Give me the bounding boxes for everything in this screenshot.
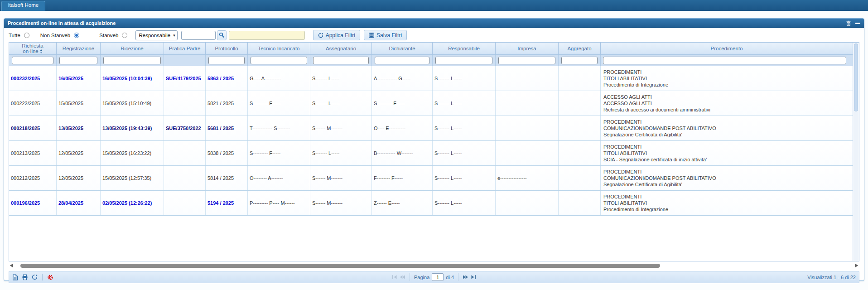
next-page-icon[interactable] bbox=[463, 275, 468, 280]
column-filter-input-protocollo[interactable] bbox=[208, 57, 245, 64]
radio-non-starweb[interactable] bbox=[74, 33, 79, 38]
save-filters-button[interactable]: Salva Filtri bbox=[364, 30, 407, 40]
table-row-5[interactable]: 000212/202512/05/202515/05/2025 (12:57:3… bbox=[9, 166, 853, 191]
column-header-aggregato[interactable]: Aggregato bbox=[559, 43, 601, 54]
table-row-2[interactable]: 000222/202515/05/202515/05/2025 (15:10:4… bbox=[9, 91, 853, 116]
search-button[interactable] bbox=[217, 30, 227, 40]
table-row-6[interactable]: 000196/202528/04/202502/05/2025 (12:26:2… bbox=[9, 191, 853, 216]
radio-label-non-starweb: Non Starweb bbox=[40, 33, 70, 38]
vertical-scrollbar[interactable] bbox=[853, 43, 859, 261]
reload-icon[interactable] bbox=[32, 274, 38, 280]
column-header-label-responsabile: Responsabile bbox=[448, 46, 480, 51]
tab-italsoft-home[interactable]: italsoft Home bbox=[1, 1, 45, 11]
prev-page-icon[interactable] bbox=[400, 275, 405, 280]
column-filter-input-dichiarante[interactable] bbox=[375, 57, 429, 64]
cell-pratica: SUE/4179/2025 bbox=[164, 66, 206, 91]
column-filter-input-registrazione[interactable] bbox=[59, 57, 97, 64]
cell-richiesta: 000213/2025 bbox=[9, 141, 57, 165]
table-row-3[interactable]: 000218/202513/05/202513/05/2025 (19:43:3… bbox=[9, 116, 853, 141]
radio-group-tutte[interactable]: Tutte bbox=[9, 33, 29, 38]
column-header-procedimento[interactable]: Procedimento bbox=[601, 43, 853, 54]
cell-aggregato bbox=[559, 141, 601, 165]
column-filter-input-procedimento[interactable] bbox=[603, 57, 846, 64]
apply-filters-button[interactable]: Applica Filtri bbox=[313, 30, 360, 40]
cell-tecnico: S--------- F----- bbox=[248, 91, 310, 116]
column-header-label-procedimento: Procedimento bbox=[711, 46, 743, 51]
cell-protocollo: 5194 / 2025 bbox=[206, 191, 248, 215]
horizontal-scrollbar-thumb[interactable] bbox=[20, 264, 660, 268]
trash-icon[interactable] bbox=[846, 20, 851, 26]
first-page-icon[interactable] bbox=[392, 275, 397, 280]
cell-procedimento: ACCESSO AGLI ATTIACCESSO AGLI ATTIRichie… bbox=[601, 91, 853, 116]
column-header-pratica[interactable]: Pratica Padre bbox=[164, 43, 206, 54]
column-header-registrazione[interactable]: Registrazione bbox=[57, 43, 101, 54]
filter-cell-richiesta bbox=[9, 55, 57, 66]
table-row-1[interactable]: 000232/202516/05/202516/05/2025 (10:04:3… bbox=[9, 66, 853, 91]
column-header-responsabile[interactable]: Responsabile bbox=[433, 43, 496, 54]
cell-registrazione: 12/05/2025 bbox=[57, 141, 101, 165]
column-filter-input-impresa[interactable] bbox=[498, 57, 555, 64]
vertical-scrollbar-thumb[interactable] bbox=[854, 44, 858, 111]
printer-icon[interactable] bbox=[22, 274, 28, 280]
filter-cell-protocollo bbox=[206, 55, 248, 66]
filter-cell-ricezione bbox=[101, 55, 164, 66]
minus-collapse-icon[interactable] bbox=[855, 23, 860, 24]
column-header-richiesta[interactable]: Richiestaon-line bbox=[9, 43, 57, 54]
horizontal-scrollbar[interactable] bbox=[9, 263, 859, 269]
panel-title: Procedimenti on-line in attesa di acquis… bbox=[8, 20, 116, 26]
column-header-assegnatario[interactable]: Assegnatario bbox=[310, 43, 372, 54]
cell-ricezione: 15/05/2025 (15:10:49) bbox=[101, 91, 164, 116]
cell-dichiarante: S--------- F----- bbox=[372, 91, 433, 116]
column-header-dichiarante[interactable]: Dichiarante bbox=[372, 43, 433, 54]
column-filter-input-ricezione[interactable] bbox=[103, 57, 161, 64]
cell-registrazione: 13/05/2025 bbox=[57, 116, 101, 140]
column-header-label-tecnico: Tecnico Incaricato bbox=[258, 46, 299, 51]
column-filter-input-assegnatario[interactable] bbox=[313, 57, 369, 64]
column-filter-input-tecnico[interactable] bbox=[251, 57, 307, 64]
column-header-label-registrazione: Registrazione bbox=[63, 46, 94, 51]
pager-divider bbox=[410, 273, 410, 281]
magnifier-icon bbox=[219, 32, 225, 38]
radio-group-starweb[interactable]: Starweb bbox=[99, 33, 127, 38]
radio-tutte[interactable] bbox=[24, 33, 29, 38]
page-number-input[interactable] bbox=[432, 273, 444, 281]
export-document-icon[interactable] bbox=[12, 274, 18, 280]
radio-starweb[interactable] bbox=[122, 33, 127, 38]
tab-label: italsoft Home bbox=[8, 2, 39, 8]
filter-type-select[interactable]: Responsabile ▾ bbox=[135, 30, 177, 40]
quick-search-input[interactable] bbox=[229, 31, 305, 40]
sort-up-down-icon[interactable] bbox=[40, 49, 43, 53]
column-header-label-impresa: Impresa bbox=[517, 46, 536, 51]
cell-tecnico: O-------- A------- bbox=[248, 166, 310, 190]
clear-filters-gear-icon[interactable] bbox=[47, 274, 53, 280]
filter-radios: TutteNon StarwebStarweb bbox=[9, 33, 135, 38]
column-filter-input-richiesta[interactable] bbox=[12, 57, 53, 64]
filter-cell-procedimento bbox=[601, 55, 853, 66]
filter-cell-pratica bbox=[164, 55, 206, 66]
cell-responsabile: S------- L----- bbox=[433, 166, 496, 190]
scroll-left-arrow-icon[interactable] bbox=[10, 264, 13, 267]
footer-divider bbox=[42, 274, 43, 280]
column-header-ricezione[interactable]: Ricezione bbox=[101, 43, 164, 54]
cell-ricezione: 02/05/2025 (12:26:22) bbox=[101, 191, 164, 215]
column-header-label-richiesta: Richiestaon-line bbox=[22, 43, 43, 54]
column-header-impresa[interactable]: Impresa bbox=[496, 43, 559, 54]
scroll-right-arrow-icon[interactable] bbox=[855, 264, 858, 267]
column-header-label-pratica: Pratica Padre bbox=[169, 46, 201, 51]
last-page-icon[interactable] bbox=[471, 275, 476, 280]
column-filter-input-aggregato[interactable] bbox=[561, 57, 598, 64]
cell-protocollo: 5863 / 2025 bbox=[206, 66, 248, 91]
column-header-protocollo[interactable]: Protocollo bbox=[206, 43, 248, 54]
filter-value-input[interactable] bbox=[181, 31, 216, 40]
cell-protocollo: 5681 / 2025 bbox=[206, 116, 248, 140]
table-row-4[interactable]: 000213/202512/05/202515/05/2025 (16:23:2… bbox=[9, 141, 853, 166]
cell-richiesta: 000218/2025 bbox=[9, 116, 57, 140]
cell-impresa bbox=[496, 191, 559, 215]
cell-aggregato bbox=[559, 116, 601, 140]
cell-ricezione: 15/05/2025 (12:57:35) bbox=[101, 166, 164, 190]
column-filter-input-responsabile[interactable] bbox=[435, 57, 492, 64]
column-header-tecnico[interactable]: Tecnico Incaricato bbox=[248, 43, 310, 54]
chevron-down-icon: ▾ bbox=[173, 33, 175, 38]
cell-pratica bbox=[164, 141, 206, 165]
radio-group-non-starweb[interactable]: Non Starweb bbox=[40, 33, 79, 38]
